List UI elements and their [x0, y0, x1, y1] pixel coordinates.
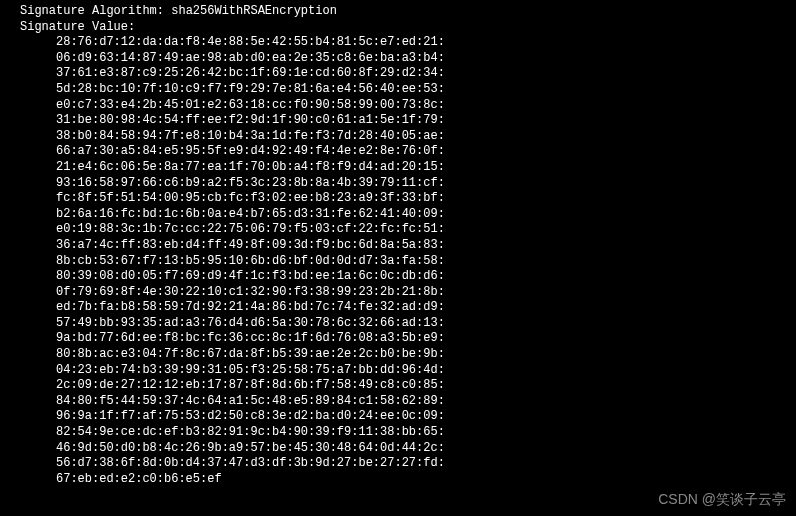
hex-line: 82:54:9e:ce:dc:ef:b3:82:91:9c:b4:90:39:f… — [0, 425, 796, 441]
hex-line: 06:d9:63:14:87:49:ae:98:ab:d0:ea:2e:35:c… — [0, 51, 796, 67]
signature-hex-dump: 28:76:d7:12:da:da:f8:4e:88:5e:42:55:b4:8… — [0, 35, 796, 487]
hex-line: 93:16:58:97:66:c6:b9:a2:f5:3c:23:8b:8a:4… — [0, 176, 796, 192]
hex-line: 80:39:08:d0:05:f7:69:d9:4f:1c:f3:bd:ee:1… — [0, 269, 796, 285]
hex-line: 04:23:eb:74:b3:39:99:31:05:f3:25:58:75:a… — [0, 363, 796, 379]
hex-line: ed:7b:fa:b8:58:59:7d:92:21:4a:86:bd:7c:7… — [0, 300, 796, 316]
hex-line: 21:e4:6c:06:5e:8a:77:ea:1f:70:0b:a4:f8:f… — [0, 160, 796, 176]
hex-line: 66:a7:30:a5:84:e5:95:5f:e9:d4:92:49:f4:4… — [0, 144, 796, 160]
hex-line: 56:d7:38:6f:8d:0b:d4:37:47:d3:df:3b:9d:2… — [0, 456, 796, 472]
hex-line: 37:61:e3:87:c9:25:26:42:bc:1f:69:1e:cd:6… — [0, 66, 796, 82]
hex-line: 57:49:bb:93:35:ad:a3:76:d4:d6:5a:30:78:6… — [0, 316, 796, 332]
csdn-watermark: CSDN @笑谈子云亭 — [658, 490, 786, 508]
hex-line: e0:c7:33:e4:2b:45:01:e2:63:18:cc:f0:90:5… — [0, 98, 796, 114]
hex-line: 46:9d:50:d0:b8:4c:26:9b:a9:57:be:45:30:4… — [0, 441, 796, 457]
hex-line: 2c:09:de:27:12:12:eb:17:87:8f:8d:6b:f7:5… — [0, 378, 796, 394]
hex-line: fc:8f:5f:51:54:00:95:cb:fc:f3:02:ee:b8:2… — [0, 191, 796, 207]
hex-line: 96:9a:1f:f7:af:75:53:d2:50:c8:3e:d2:ba:d… — [0, 409, 796, 425]
signature-algorithm-label: Signature Algorithm: sha256WithRSAEncryp… — [0, 4, 796, 20]
hex-line: 31:be:80:98:4c:54:ff:ee:f2:9d:1f:90:c0:6… — [0, 113, 796, 129]
hex-line: e0:19:88:3c:1b:7c:cc:22:75:06:79:f5:03:c… — [0, 222, 796, 238]
hex-line: 28:76:d7:12:da:da:f8:4e:88:5e:42:55:b4:8… — [0, 35, 796, 51]
hex-line: 0f:79:69:8f:4e:30:22:10:c1:32:90:f3:38:9… — [0, 285, 796, 301]
hex-line: 9a:bd:77:6d:ee:f8:bc:fc:36:cc:8c:1f:6d:7… — [0, 331, 796, 347]
hex-line: 8b:cb:53:67:f7:13:b5:95:10:6b:d6:bf:0d:0… — [0, 254, 796, 270]
hex-line: 84:80:f5:44:59:37:4c:64:a1:5c:48:e5:89:8… — [0, 394, 796, 410]
hex-line: 80:8b:ac:e3:04:7f:8c:67:da:8f:b5:39:ae:2… — [0, 347, 796, 363]
hex-line: 67:eb:ed:e2:c0:b6:e5:ef — [0, 472, 796, 488]
hex-line: 36:a7:4c:ff:83:eb:d4:ff:49:8f:09:3d:f9:b… — [0, 238, 796, 254]
hex-line: 38:b0:84:58:94:7f:e8:10:b4:3a:1d:fe:f3:7… — [0, 129, 796, 145]
signature-value-label: Signature Value: — [0, 20, 796, 36]
hex-line: 5d:28:bc:10:7f:10:c9:f7:f9:29:7e:81:6a:e… — [0, 82, 796, 98]
hex-line: b2:6a:16:fc:bd:1c:6b:0a:e4:b7:65:d3:31:f… — [0, 207, 796, 223]
